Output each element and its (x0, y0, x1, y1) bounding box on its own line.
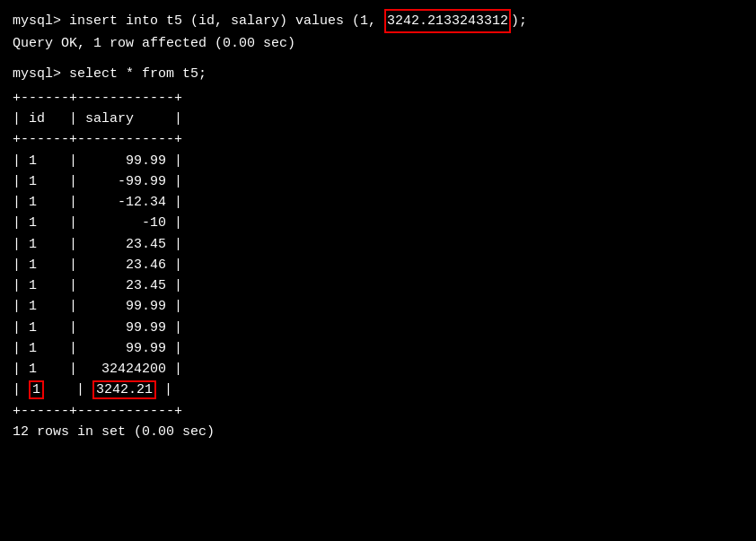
insert-cmd-after: ); (511, 11, 527, 31)
last-row-id: 1 (29, 380, 44, 399)
query-ok-line: Query OK, 1 row affected (0.00 sec) (13, 33, 743, 54)
last-row-salary: 3242.21 (92, 380, 156, 399)
table-border-mid: +------+------------+ (13, 129, 743, 150)
table-row: | 1 | 23.46 | (13, 255, 743, 275)
table-row: | 1 | 32424200 | (13, 359, 743, 380)
prompt-insert: mysql> (13, 11, 69, 31)
table-row: | 1 | 23.45 | (13, 234, 743, 255)
insert-line: mysql> insert into t5 (id, salary) value… (13, 9, 743, 33)
summary-line: 12 rows in set (0.00 sec) (13, 422, 743, 442)
highlighted-value: 3242.2133243312 (384, 9, 511, 33)
table-row: | 1 | 99.99 | (13, 338, 743, 359)
table-row-last: | 1 | 3242.21 | (13, 380, 743, 400)
select-line: mysql> select * from t5; (13, 64, 743, 84)
table-row: | 1 | 99.99 | (13, 151, 743, 171)
prompt-select: mysql> (13, 64, 69, 84)
terminal: mysql> insert into t5 (id, salary) value… (13, 9, 743, 442)
table-header: | id | salary | (13, 109, 743, 129)
table-row: | 1 | 23.45 | (13, 275, 743, 296)
table-row: | 1 | -99.99 | (13, 171, 743, 192)
table-row: | 1 | 99.99 | (13, 318, 743, 338)
table-row: | 1 | -10 | (13, 213, 743, 233)
table-row: | 1 | -12.34 | (13, 192, 743, 213)
table-border-top: +------+------------+ (13, 88, 743, 109)
table-row: | 1 | 99.99 | (13, 296, 743, 317)
table-border-bottom: +------+------------+ (13, 401, 743, 422)
insert-cmd-before: insert into t5 (id, salary) values (1, (69, 11, 384, 31)
select-cmd: select * from t5; (69, 64, 207, 84)
table-section: +------+------------+ | id | salary | +-… (13, 88, 743, 422)
